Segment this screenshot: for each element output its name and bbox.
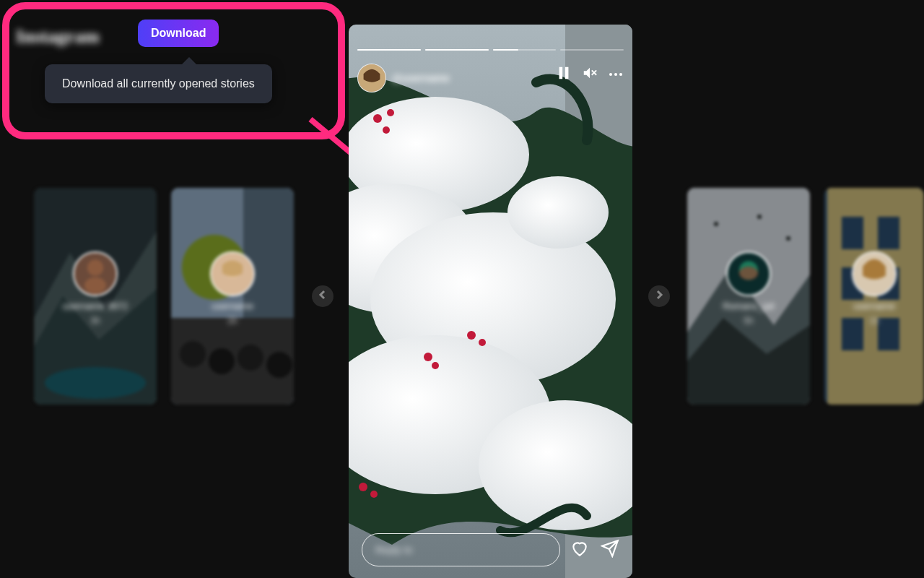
progress-segment — [357, 49, 421, 51]
progress-segment — [493, 49, 557, 51]
chevron-right-icon — [654, 290, 664, 303]
svg-point-33 — [479, 339, 486, 346]
svg-point-52 — [739, 267, 758, 280]
download-button[interactable]: Download — [138, 20, 219, 47]
preview-timestamp: 3h — [90, 316, 100, 326]
svg-point-35 — [432, 362, 439, 369]
preview-username: Romans_jail — [723, 301, 775, 311]
story-preview-card[interactable]: username 2h — [171, 188, 294, 405]
preview-timestamp: 2h — [227, 316, 237, 326]
reply-placeholder: Reply to — [375, 544, 412, 556]
svg-point-32 — [467, 331, 476, 340]
progress-segment — [560, 49, 624, 51]
preview-timestamp: 5h — [744, 316, 753, 326]
svg-point-29 — [373, 114, 382, 123]
story-viewer[interactable]: @username Reply to — [349, 25, 632, 578]
download-tooltip: Download all currently opened stories — [45, 64, 272, 103]
svg-point-28 — [507, 176, 609, 249]
preview-username: username — [853, 301, 895, 311]
preview-username: username 3872 — [63, 301, 128, 311]
story-author-avatar[interactable] — [357, 64, 386, 92]
send-icon — [601, 548, 619, 560]
progress-segment — [425, 49, 489, 51]
story-preview-card[interactable]: Romans_jail 5h — [687, 188, 810, 405]
svg-point-34 — [424, 353, 432, 361]
like-button[interactable] — [570, 539, 589, 561]
svg-point-37 — [370, 491, 378, 498]
next-story-button[interactable] — [648, 285, 670, 307]
svg-point-7 — [84, 277, 106, 293]
svg-rect-41 — [565, 67, 569, 79]
svg-point-36 — [359, 483, 367, 491]
chevron-left-icon — [318, 290, 328, 303]
story-media — [349, 25, 632, 578]
svg-point-31 — [383, 126, 390, 134]
preview-avatar — [210, 251, 255, 296]
pause-icon — [556, 65, 572, 84]
story-preview-card[interactable]: username 3872 3h — [34, 188, 157, 405]
share-button[interactable] — [601, 539, 619, 561]
volume-muted-icon — [582, 65, 598, 84]
reply-input[interactable]: Reply to — [362, 533, 560, 566]
app-logo: Instagram — [16, 26, 100, 48]
preview-avatar — [73, 251, 118, 296]
story-author-username[interactable]: @username — [392, 72, 450, 84]
preview-username: username — [212, 301, 253, 311]
svg-point-6 — [87, 259, 103, 275]
svg-point-30 — [387, 109, 394, 116]
pause-button[interactable] — [556, 66, 572, 82]
mute-button[interactable] — [582, 66, 598, 82]
preview-avatar — [852, 251, 897, 296]
svg-rect-40 — [559, 67, 563, 79]
preview-avatar — [726, 251, 771, 296]
preview-timestamp: 1h — [869, 316, 879, 326]
story-progress-bar — [357, 49, 624, 51]
more-options-button[interactable] — [608, 66, 624, 82]
previous-story-button[interactable] — [312, 285, 334, 307]
more-icon — [609, 73, 622, 76]
story-preview-card[interactable]: username 1h — [824, 188, 924, 405]
heart-icon — [570, 548, 589, 560]
